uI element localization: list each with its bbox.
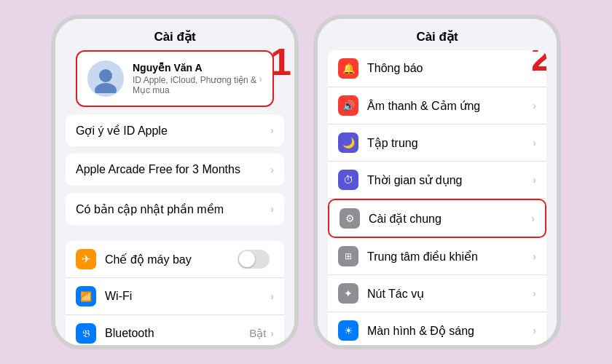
profile-section: Nguyễn Văn A ID Apple, iCloud, Phương ti…	[66, 50, 284, 107]
bluetooth-label: Bluetooth	[105, 327, 249, 340]
svg-point-1	[95, 83, 117, 93]
sound-icon: 🔊	[338, 95, 358, 116]
airplane-toggle[interactable]	[238, 250, 270, 269]
chevron-icon: ›	[259, 73, 262, 84]
airplane-icon: ✈	[76, 249, 96, 269]
arcade-item[interactable]: Apple Arcade Free for 3 Months ›	[66, 154, 284, 186]
sound-label: Âm thanh & Cảm ứng	[367, 99, 533, 113]
profile-name: Nguyễn Văn A	[133, 62, 259, 74]
update-text: Có bản cập nhật phần mềm	[76, 202, 270, 216]
control-center-label: Trung tâm điều khiển	[367, 250, 533, 264]
display-label: Màn hình & Độ sáng	[367, 324, 533, 338]
chevron-icon: ›	[533, 137, 536, 149]
profile-item[interactable]: Nguyễn Văn A ID Apple, iCloud, Phương ti…	[76, 50, 274, 107]
bluetooth-item[interactable]: 𝔅 Bluetooth Bật ›	[66, 315, 284, 345]
notification-icon: 🔔	[338, 58, 358, 79]
profile-sub: ID Apple, iCloud, Phương tiện & Mục mua	[133, 75, 259, 95]
action-label: Nút Tác vụ	[367, 287, 533, 301]
wifi-label: Wi-Fi	[105, 290, 270, 303]
step-badge-1: 1	[270, 43, 291, 81]
airplane-label: Chế độ máy bay	[105, 253, 238, 266]
suggest-item[interactable]: Gợi ý về ID Apple ›	[66, 114, 284, 146]
main-settings-group: 🔔 Thông báo › 🔊 Âm thanh & Cảm ứng ›	[328, 50, 546, 345]
action-button-item[interactable]: ✦ Nút Tác vụ ›	[328, 275, 546, 312]
wifi-icon: 📶	[76, 286, 96, 306]
chevron-icon: ›	[270, 124, 274, 136]
chevron-icon: ›	[270, 328, 274, 339]
action-icon: ✦	[338, 283, 358, 304]
general-label: Cài đặt chung	[369, 212, 531, 226]
sound-item[interactable]: 🔊 Âm thanh & Cảm ứng ›	[328, 87, 546, 124]
wifi-item[interactable]: 📶 Wi-Fi ›	[66, 278, 284, 315]
bluetooth-value: Bật	[249, 327, 266, 340]
step-badge-2: 2	[531, 50, 546, 76]
display-icon: ☀	[338, 320, 358, 341]
connectivity-group: ✈ Chế độ máy bay 📶 Wi-Fi ›	[66, 241, 284, 345]
screentime-icon: ⏱	[338, 170, 358, 190]
phones-container: Cài đặt Nguyễn Văn A ID Apple, iCloud, P…	[51, 15, 561, 349]
update-item[interactable]: Có bản cập nhật phần mềm ›	[66, 193, 284, 225]
profile-info: Nguyễn Văn A ID Apple, iCloud, Phương ti…	[133, 62, 259, 95]
suggest-text: Gợi ý về ID Apple	[76, 124, 270, 138]
focus-icon: 🌙	[338, 132, 358, 153]
general-item[interactable]: ⚙ Cài đặt chung ›	[328, 199, 546, 238]
arcade-text: Apple Arcade Free for 3 Months	[76, 163, 270, 176]
chevron-icon: ›	[531, 213, 535, 224]
phone1-title: Cài đặt	[55, 19, 294, 50]
chevron-icon: ›	[533, 325, 536, 336]
notification-label: Thông báo	[367, 62, 533, 75]
phone-1: Cài đặt Nguyễn Văn A ID Apple, iCloud, P…	[51, 15, 299, 349]
screentime-label: Thời gian sử dụng	[367, 173, 533, 187]
phone-2: Cài đặt 🔔 Thông báo › 🔊 Âm thanh & Cảm ứ…	[313, 15, 561, 349]
notification-item[interactable]: 🔔 Thông báo ›	[328, 50, 546, 87]
airplane-mode-item[interactable]: ✈ Chế độ máy bay	[66, 241, 284, 278]
general-icon: ⚙	[340, 208, 360, 229]
chevron-icon: ›	[270, 203, 274, 215]
control-center-icon: ⊞	[338, 246, 358, 266]
focus-item[interactable]: 🌙 Tập trung ›	[328, 124, 546, 162]
control-center-item[interactable]: ⊞ Trung tâm điều khiển ›	[328, 238, 546, 275]
avatar	[87, 60, 124, 97]
phone2-title: Cài đặt	[318, 19, 557, 50]
focus-label: Tập trung	[367, 136, 533, 150]
chevron-icon: ›	[533, 100, 536, 111]
chevron-icon: ›	[270, 164, 274, 175]
screentime-item[interactable]: ⏱ Thời gian sử dụng ›	[328, 162, 546, 199]
chevron-icon: ›	[533, 288, 536, 299]
chevron-icon: ›	[270, 290, 274, 302]
display-item[interactable]: ☀ Màn hình & Độ sáng ›	[328, 312, 546, 345]
svg-point-0	[99, 69, 112, 82]
chevron-icon: ›	[533, 250, 536, 262]
chevron-icon: ›	[533, 174, 536, 186]
bluetooth-icon: 𝔅	[76, 323, 96, 344]
